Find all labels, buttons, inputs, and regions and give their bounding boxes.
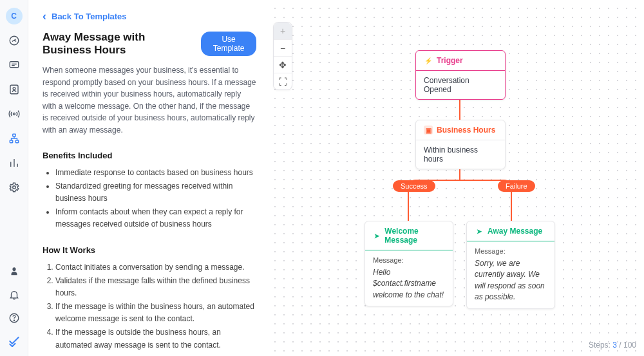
list-item: If the message is within the business ho… (55, 301, 256, 325)
help-icon[interactable] (8, 312, 21, 324)
node-subtitle: Conversation Opened (416, 71, 505, 99)
branch-success-label: Success (393, 180, 435, 192)
node-title: Trigger (437, 56, 463, 65)
reports-icon[interactable] (8, 157, 21, 169)
node-subtitle: Within business hours (416, 140, 505, 169)
list-item: Standardized greeting for messages recei… (55, 180, 256, 205)
app-sidebar: C (0, 0, 28, 356)
svg-point-4 (13, 113, 15, 115)
node-away-message[interactable]: ➤Away Message Message: Sorry, we are cur… (466, 221, 555, 309)
workflow-canvas[interactable]: + − ✥ ⛶ Success Failure ⚡Trigger Convers… (267, 0, 644, 356)
recenter-button[interactable]: ✥ (274, 56, 292, 73)
zoom-in-button[interactable]: + (274, 23, 292, 39)
list-item: Immediate response to contacts based on … (55, 167, 256, 179)
send-icon: ➤ (373, 231, 381, 240)
node-title: Away Message (488, 227, 542, 236)
template-description: When someone messages your business, it'… (43, 64, 256, 136)
message-label: Message: (475, 247, 547, 257)
node-trigger[interactable]: ⚡Trigger Conversation Opened (415, 50, 506, 100)
use-template-button[interactable]: Use Template (201, 32, 256, 56)
node-title: Welcome Message (384, 227, 445, 245)
calendar-icon: ▣ (424, 126, 433, 135)
back-to-templates-link[interactable]: ‹ Back To Templates (43, 10, 256, 22)
message-label: Message: (373, 256, 445, 266)
workflows-icon[interactable] (8, 133, 21, 144)
message-value: Sorry, we are currently away. We will re… (475, 258, 547, 303)
messages-icon[interactable] (8, 59, 21, 71)
svg-rect-1 (10, 62, 19, 68)
back-label: Back To Templates (52, 12, 127, 21)
contacts-icon[interactable] (8, 84, 21, 95)
page-title: Away Message with Business Hours (43, 31, 192, 57)
node-business-hours[interactable]: ▣Business Hours Within business hours (415, 120, 506, 169)
svg-rect-5 (12, 134, 15, 136)
message-value: Hello $contact.firstname welcome to the … (373, 267, 445, 301)
svg-point-8 (12, 186, 15, 189)
list-item: Inform contacts about when they can expe… (55, 206, 256, 230)
connector-line (511, 189, 512, 221)
send-icon: ➤ (475, 227, 484, 236)
template-panel: ‹ Back To Templates Away Message with Bu… (28, 0, 267, 356)
svg-rect-7 (15, 140, 19, 143)
brand-icon[interactable] (8, 335, 21, 347)
steps-counter: Steps: 3 / 100 (589, 341, 636, 350)
svg-point-10 (14, 320, 14, 321)
notifications-icon[interactable] (8, 289, 21, 301)
svg-point-3 (13, 88, 15, 90)
connector-line (408, 189, 409, 221)
settings-icon[interactable] (8, 182, 21, 193)
zoom-out-button[interactable]: − (274, 39, 292, 56)
svg-rect-6 (10, 140, 13, 143)
list-item: If the message is outside the business h… (55, 326, 256, 351)
list-item: Contact initiates a conversation by send… (55, 261, 256, 274)
benefits-list: Immediate response to contacts based on … (43, 167, 256, 231)
fullscreen-button[interactable]: ⛶ (274, 73, 292, 89)
avatar[interactable]: C (6, 8, 23, 24)
list-item: Validates if the message falls within th… (55, 275, 256, 299)
dashboard-icon[interactable] (8, 35, 21, 46)
node-title: Business Hours (437, 126, 495, 135)
broadcast-icon[interactable] (8, 108, 21, 120)
branch-failure-label: Failure (498, 180, 535, 192)
node-welcome-message[interactable]: ➤Welcome Message Message: Hello $contact… (365, 221, 453, 306)
canvas-toolbar: + − ✥ ⛶ (273, 22, 292, 90)
benefits-heading: Benefits Included (43, 151, 256, 160)
chevron-left-icon: ‹ (43, 10, 46, 22)
how-it-works-list: Contact initiates a conversation by send… (43, 261, 256, 351)
profile-icon[interactable] (8, 266, 21, 277)
how-it-works-heading: How It Works (43, 245, 256, 255)
lightning-icon: ⚡ (424, 56, 433, 65)
